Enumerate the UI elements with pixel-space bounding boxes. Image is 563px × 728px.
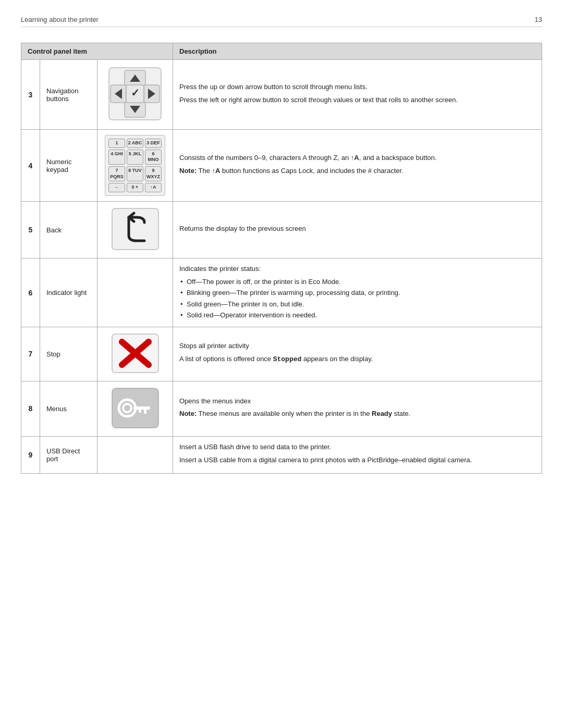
- row-label: Stop: [40, 327, 97, 381]
- row-label: USB Direct port: [40, 436, 97, 473]
- table-row: 7 Stop Stops all printer activity A list…: [21, 327, 542, 381]
- menus-button-svg: [111, 387, 160, 429]
- table-row: 4 Numeric keypad 1 2 ABC 3 DEF 4 GHI 5 J…: [21, 130, 542, 202]
- svg-rect-20: [139, 410, 141, 413]
- col2-header: Description: [173, 43, 542, 60]
- indicator-bullet-list: Off—The power is off, or the printer is …: [179, 277, 535, 320]
- control-panel-table: Control panel item Description 3 Navigat…: [21, 43, 542, 474]
- nav-buttons-desc: Press the up or down arrow button to scr…: [173, 60, 542, 130]
- key-0: 0 +: [127, 183, 143, 192]
- table-row: 9 USB Direct port Insert a USB flash dri…: [21, 436, 542, 473]
- key-4: 4 GHI: [108, 150, 125, 165]
- key-1: 1: [108, 139, 125, 148]
- row-label: Menus: [40, 381, 97, 436]
- row-label: Back: [40, 202, 97, 258]
- usb-desc: Insert a USB flash drive to send data to…: [173, 436, 542, 473]
- menus-image: [97, 381, 173, 436]
- page-title: Learning about the printer: [21, 16, 99, 23]
- back-button-svg: [111, 207, 160, 251]
- row-number: 3: [21, 60, 40, 130]
- table-row: 8 Menus Opens the menus index Note: Thes: [21, 381, 542, 436]
- key-8: 8 TUV: [127, 166, 143, 181]
- key-2: 2 ABC: [127, 139, 143, 148]
- indicator-desc: Indicates the printer status: Off—The po…: [173, 258, 542, 327]
- list-item: Blinking green—The printer is warming up…: [179, 288, 535, 298]
- table-row: 6 Indicator light Indicates the printer …: [21, 258, 542, 327]
- keypad-desc: Consists of the numbers 0–9, characters …: [173, 130, 542, 202]
- nav-buttons-image: ✓: [97, 60, 173, 130]
- key-5: 5 JKL: [127, 150, 143, 165]
- row-number: 5: [21, 202, 40, 258]
- indicator-image: [97, 258, 173, 327]
- row-label: Navigation buttons: [40, 60, 97, 130]
- list-item: Solid green—The printer is on, but idle.: [179, 299, 535, 310]
- row-number: 6: [21, 258, 40, 327]
- back-image: [97, 202, 173, 258]
- keypad-image: 1 2 ABC 3 DEF 4 GHI 5 JKL 6 MNO 7 PQRS 8…: [97, 130, 173, 202]
- table-row: 3 Navigation buttons: [21, 60, 542, 130]
- row-label: Indicator light: [40, 258, 97, 327]
- key-backspace: ←: [108, 183, 125, 192]
- keypad-widget: 1 2 ABC 3 DEF 4 GHI 5 JKL 6 MNO 7 PQRS 8…: [105, 135, 165, 196]
- svg-rect-11: [112, 208, 158, 250]
- usb-image: [97, 436, 173, 473]
- nav-buttons-svg: ✓: [106, 65, 164, 122]
- svg-rect-18: [133, 406, 150, 410]
- key-3: 3 DEF: [145, 139, 162, 148]
- key-9: 9 WXYZ: [145, 166, 162, 181]
- stop-image: [97, 327, 173, 381]
- stop-button-svg: [111, 332, 160, 374]
- row-number: 9: [21, 436, 40, 473]
- col1-header: Control panel item: [21, 43, 173, 60]
- key-6: 6 MNO: [145, 150, 162, 165]
- back-desc: Returns the display to the previous scre…: [173, 202, 542, 258]
- stop-desc: Stops all printer activity A list of opt…: [173, 327, 542, 381]
- svg-rect-19: [144, 410, 146, 414]
- key-7: 7 PQRS: [108, 166, 125, 181]
- row-label: Numeric keypad: [40, 130, 97, 202]
- svg-text:✓: ✓: [131, 87, 140, 98]
- row-number: 8: [21, 381, 40, 436]
- row-number: 7: [21, 327, 40, 381]
- menus-desc: Opens the menus index Note: These menus …: [173, 381, 542, 436]
- list-item: Off—The power is off, or the printer is …: [179, 277, 535, 287]
- list-item: Solid red—Operator intervention is neede…: [179, 310, 535, 320]
- page-header: Learning about the printer 13: [21, 16, 542, 27]
- key-shift: ↑A: [145, 183, 162, 192]
- row-number: 4: [21, 130, 40, 202]
- page-number: 13: [535, 16, 542, 23]
- table-row: 5 Back Returns the display to the previo…: [21, 202, 542, 258]
